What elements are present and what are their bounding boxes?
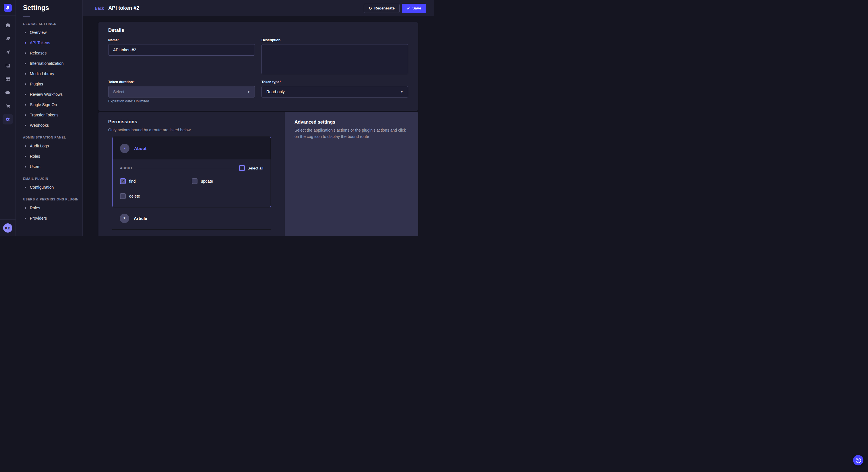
sidebar-item-webhooks[interactable]: Webhooks: [23, 120, 82, 131]
sidebar-item-roles-up[interactable]: Roles: [23, 203, 82, 213]
expand-toggle-button[interactable]: ▼: [120, 214, 129, 223]
sidebar-item-transfer-tokens[interactable]: Transfer Tokens: [23, 110, 82, 120]
cloud-icon[interactable]: [3, 87, 13, 98]
chevron-down-icon: ▼: [400, 90, 403, 94]
user-avatar[interactable]: KD: [3, 224, 12, 233]
back-link[interactable]: ← Back: [89, 6, 104, 11]
bullet-icon: [25, 42, 26, 43]
about-section-row: ABOUT Select all: [120, 165, 263, 171]
sidebar-item-providers[interactable]: Providers: [23, 213, 82, 224]
select-all-control[interactable]: Select all: [239, 165, 263, 171]
settings-sidebar: Settings GLOBAL SETTINGS Overview API To…: [16, 0, 83, 236]
section-divider-line: [136, 168, 235, 168]
check-icon: ✓: [121, 179, 125, 183]
sidebar-item-internationalization[interactable]: Internationalization: [23, 58, 82, 69]
permissions-subtitle: Only actions bound by a route are listed…: [108, 128, 275, 132]
token-type-select[interactable]: Read-only ▼: [261, 86, 408, 98]
deploy-paper-plane-icon[interactable]: [3, 47, 13, 57]
nav-section-label: GLOBAL SETTINGS: [23, 22, 82, 26]
marketplace-cart-icon[interactable]: [3, 101, 13, 111]
back-label: Back: [95, 6, 104, 11]
settings-gear-icon[interactable]: [3, 114, 13, 125]
back-arrow-icon: ←: [89, 6, 93, 10]
action-row: delete: [120, 193, 263, 199]
action-delete[interactable]: delete: [120, 193, 197, 199]
find-checkbox[interactable]: ✓: [120, 178, 126, 184]
nav-section-label: EMAIL PLUGIN: [23, 177, 82, 180]
sidebar-item-single-sign-on[interactable]: Single Sign-On: [23, 100, 82, 110]
advanced-settings-panel: Advanced settings Select the application…: [285, 112, 418, 236]
details-form: Name* API token #2 Description Token dur…: [108, 38, 408, 103]
chevron-down-icon: ▼: [247, 90, 250, 94]
home-icon[interactable]: [3, 20, 13, 30]
sidebar-item-roles-admin[interactable]: Roles: [23, 151, 82, 162]
advanced-settings-heading: Advanced settings: [294, 120, 408, 125]
main-nav-rail: KD: [0, 0, 16, 236]
sidebar-item-releases[interactable]: Releases: [23, 48, 82, 58]
content-manager-layout-icon[interactable]: [3, 74, 13, 84]
strapi-logo[interactable]: [4, 4, 12, 12]
accordion-about-label: About: [134, 146, 146, 151]
description-textarea[interactable]: [261, 44, 408, 74]
name-label: Name*: [108, 38, 255, 42]
nav-section-administration-panel: ADMINISTRATION PANEL Audit Logs Roles Us…: [23, 136, 82, 172]
indeterminate-dash-icon: [241, 168, 243, 168]
token-duration-field-group: Token duration* Select ▼ Expiration date…: [108, 80, 255, 103]
rail-divider: [0, 15, 16, 16]
header-actions: ↻ Regenerate ✓ Save: [364, 4, 426, 13]
name-input[interactable]: API token #2: [108, 44, 255, 56]
nav-section-label: ADMINISTRATION PANEL: [23, 136, 82, 139]
accordion-article-label: Article: [134, 216, 147, 221]
page-content: Details Name* API token #2 Description T…: [83, 16, 434, 236]
required-asterisk: *: [280, 80, 281, 84]
strapi-logo-icon: [5, 5, 10, 10]
permissions-heading: Permissions: [108, 119, 275, 125]
action-row: ✓ find update: [120, 178, 263, 184]
about-section-label: ABOUT: [120, 166, 133, 170]
bullet-icon: [25, 83, 26, 85]
media-library-icon[interactable]: [3, 60, 13, 71]
save-button[interactable]: ✓ Save: [402, 4, 426, 13]
about-actions: ✓ find update: [120, 178, 263, 199]
update-checkbox[interactable]: [192, 178, 197, 184]
bullet-icon: [25, 156, 26, 157]
sidebar-item-media-library[interactable]: Media Library: [23, 69, 82, 79]
token-type-label: Token type*: [261, 80, 408, 84]
content-builder-feather-icon[interactable]: [3, 33, 13, 43]
token-duration-select[interactable]: Select ▼: [108, 86, 255, 98]
accordion-article-header[interactable]: ▼ Article: [112, 207, 271, 230]
bullet-icon: [25, 94, 26, 95]
sidebar-item-api-tokens[interactable]: API Tokens: [23, 38, 82, 48]
check-icon: ✓: [407, 6, 410, 10]
sidebar-item-users[interactable]: Users: [23, 162, 82, 172]
required-asterisk: *: [118, 38, 119, 42]
permissions-panel: Permissions Only actions bound by a rout…: [98, 112, 285, 236]
chevron-down-icon: ▼: [123, 217, 126, 220]
sidebar-item-overview[interactable]: Overview: [23, 27, 82, 38]
sidebar-item-review-workflows[interactable]: Review Workflows: [23, 89, 82, 100]
rail-icons: [3, 20, 13, 236]
sidebar-item-configuration[interactable]: Configuration: [23, 182, 82, 193]
bullet-icon: [25, 207, 26, 209]
accordion-about-header[interactable]: ▲ About: [113, 137, 271, 160]
bullet-icon: [25, 53, 26, 54]
regenerate-button[interactable]: ↻ Regenerate: [364, 4, 400, 13]
token-type-field-group: Token type* Read-only ▼: [261, 80, 408, 103]
bullet-icon: [25, 145, 26, 147]
bullet-icon: [25, 217, 26, 219]
sidebar-item-plugins[interactable]: Plugins: [23, 79, 82, 89]
collapse-toggle-button[interactable]: ▲: [120, 144, 129, 153]
action-update[interactable]: update: [192, 178, 264, 184]
page-title: API token #2: [108, 5, 139, 11]
accordion-about: ▲ About ABOUT Select all: [112, 137, 271, 207]
action-find[interactable]: ✓ find: [120, 178, 192, 184]
bullet-icon: [25, 125, 26, 126]
permissions-card: Permissions Only actions bound by a rout…: [98, 112, 418, 236]
delete-checkbox[interactable]: [120, 193, 126, 199]
sidebar-item-audit-logs[interactable]: Audit Logs: [23, 141, 82, 151]
refresh-icon: ↻: [369, 6, 372, 10]
nav-section-email-plugin: EMAIL PLUGIN Configuration: [23, 177, 82, 193]
bullet-icon: [25, 63, 26, 64]
details-heading: Details: [108, 28, 408, 33]
select-all-checkbox[interactable]: [239, 165, 245, 171]
